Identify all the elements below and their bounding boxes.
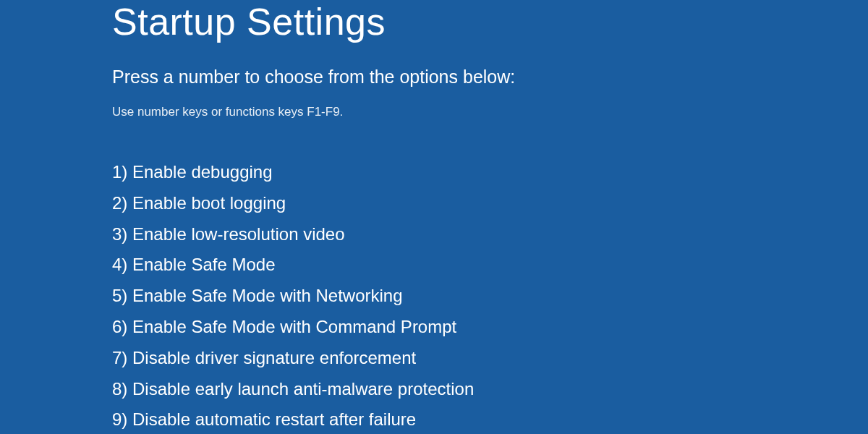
option-disable-early-launch-antimalware[interactable]: 8) Disable early launch anti-malware pro… [112,377,868,402]
option-enable-safe-mode-networking[interactable]: 5) Enable Safe Mode with Networking [112,284,868,309]
hint-text: Use number keys or functions keys F1-F9. [112,105,868,119]
option-enable-safe-mode[interactable]: 4) Enable Safe Mode [112,252,868,278]
option-enable-low-resolution-video[interactable]: 3) Enable low-resolution video [112,222,868,247]
instruction-text: Press a number to choose from the option… [112,67,868,88]
option-disable-driver-signature-enforcement[interactable]: 7) Disable driver signature enforcement [112,346,868,371]
option-enable-safe-mode-command-prompt[interactable]: 6) Enable Safe Mode with Command Prompt [112,315,868,340]
option-enable-boot-logging[interactable]: 2) Enable boot logging [112,191,868,216]
option-disable-automatic-restart[interactable]: 9) Disable automatic restart after failu… [112,407,868,433]
options-list: 1) Enable debugging 2) Enable boot loggi… [112,160,868,433]
page-title: Startup Settings [112,0,868,43]
option-enable-debugging[interactable]: 1) Enable debugging [112,160,868,185]
